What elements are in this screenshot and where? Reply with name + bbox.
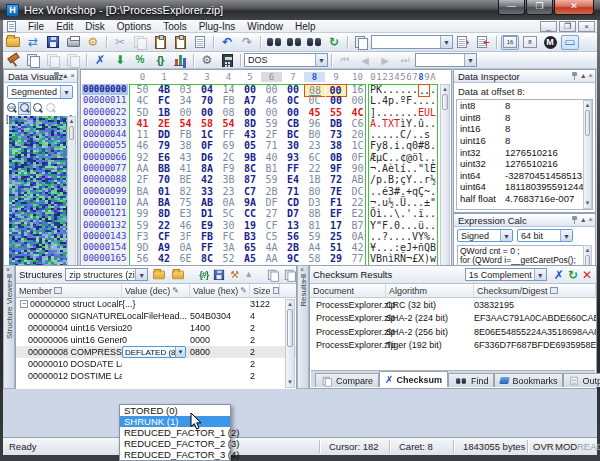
- ascii-char[interactable]: .: [430, 220, 436, 231]
- hex-byte[interactable]: 42: [347, 242, 368, 253]
- hex-byte[interactable]: 38: [175, 140, 196, 151]
- hex-byte[interactable]: D6: [197, 152, 218, 163]
- paste-button[interactable]: [151, 35, 169, 50]
- ascii-char[interactable]: w: [430, 253, 436, 264]
- hex-byte[interactable]: 9B: [240, 152, 261, 163]
- generate-button[interactable]: ⬇: [111, 53, 129, 68]
- structure-library-combobox[interactable]: zip structures (zip.h ▼: [65, 268, 148, 281]
- hex-byte[interactable]: E3: [175, 208, 196, 219]
- inspector-row[interactable]: half float4.7683716e-007: [457, 193, 592, 205]
- results-tab-find[interactable]: Find: [448, 373, 495, 387]
- hex-byte[interactable]: 8A: [197, 163, 218, 174]
- inspector-row[interactable]: int321276510216: [457, 146, 592, 158]
- ascii-char[interactable]: .: [430, 231, 436, 242]
- open-button[interactable]: [4, 35, 22, 50]
- scroll-down-icon[interactable]: ▼: [286, 378, 294, 387]
- inspector-row[interactable]: int88: [457, 100, 592, 112]
- ascii-char[interactable]: .: [430, 152, 436, 163]
- hex-byte[interactable]: 71: [261, 140, 282, 151]
- menu-plug-ins[interactable]: Plug-Ins: [193, 20, 242, 33]
- hex-byte[interactable]: 46: [261, 95, 282, 106]
- hex-byte[interactable]: E6: [154, 152, 175, 163]
- hex-byte[interactable]: 13: [283, 220, 304, 231]
- hex-byte[interactable]: CF: [261, 220, 282, 231]
- hex-byte[interactable]: 59: [261, 174, 282, 185]
- hex-byte[interactable]: 8B: [304, 208, 325, 219]
- close-icon[interactable]: ×: [70, 71, 75, 80]
- close-icon[interactable]: ×: [300, 266, 304, 273]
- hex-byte[interactable]: 70: [154, 174, 175, 185]
- hex-byte[interactable]: B7: [347, 220, 368, 231]
- hex-byte[interactable]: 80: [304, 186, 325, 197]
- hex-byte[interactable]: FB: [175, 129, 196, 140]
- encoding-combobox[interactable]: DOS ▼: [244, 53, 328, 67]
- scroll-up-icon[interactable]: ▲: [286, 300, 294, 309]
- collapse-icon[interactable]: ▴: [581, 71, 585, 80]
- menu-help[interactable]: Help: [289, 20, 322, 33]
- hex-byte[interactable]: 5C: [218, 208, 239, 219]
- hex-byte[interactable]: E4: [283, 174, 304, 185]
- checksum-options-icon[interactable]: ✗: [554, 269, 564, 281]
- column-algorithm[interactable]: Algorithm: [389, 286, 427, 296]
- hex-byte[interactable]: 00: [240, 84, 261, 95]
- checksum-row[interactable]: ProcessExplorer.zipSHA-2 (224 bit)EF3AAC…: [310, 312, 596, 326]
- hex-byte[interactable]: B1: [261, 163, 282, 174]
- scroll-thumb[interactable]: [585, 110, 590, 136]
- hex-byte[interactable]: 77: [347, 253, 368, 264]
- hex-byte[interactable]: 00: [175, 107, 196, 118]
- hex-byte[interactable]: 4C: [132, 95, 153, 106]
- open-library-button[interactable]: [153, 268, 165, 281]
- save-button[interactable]: [44, 35, 62, 50]
- hex-byte[interactable]: 99: [132, 208, 153, 219]
- mdi-minimize-button[interactable]: _: [540, 21, 557, 32]
- hex-byte[interactable]: 56: [283, 231, 304, 242]
- ascii-char[interactable]: .: [430, 84, 436, 95]
- hex-byte[interactable]: DF: [261, 197, 282, 208]
- hex-byte[interactable]: 3F: [175, 231, 196, 242]
- hex-byte[interactable]: 73: [326, 129, 347, 140]
- copy-structure-hex-button[interactable]: [285, 268, 295, 281]
- scroll-thumb[interactable]: [69, 126, 74, 140]
- hex-byte[interactable]: 81: [304, 220, 325, 231]
- zoom-100-icon[interactable]: 100: [6, 103, 17, 114]
- mdi-restore-button[interactable]: ❐: [559, 21, 576, 32]
- checksum-button[interactable]: ✗: [91, 53, 109, 68]
- hex-byte[interactable]: 7E: [326, 186, 347, 197]
- hex-byte[interactable]: 14: [218, 84, 239, 95]
- ascii-char[interactable]: s: [424, 129, 430, 140]
- column-value-hex[interactable]: Value (hex): [193, 286, 238, 296]
- ascii-char[interactable]: ½: [430, 174, 436, 185]
- hex-byte[interactable]: 22: [347, 197, 368, 208]
- copy-as-button[interactable]: [24, 53, 42, 68]
- chevron-down-icon[interactable]: ▼: [440, 36, 452, 48]
- structure-viewer-strip[interactable]: × Structure Viewer: [3, 265, 15, 389]
- hex-byte[interactable]: 01: [154, 186, 175, 197]
- options-button[interactable]: ⚙: [84, 35, 102, 50]
- hex-byte[interactable]: 2B: [261, 186, 282, 197]
- results-tab-output[interactable]: Output: [563, 373, 600, 387]
- hex-byte[interactable]: 00: [261, 107, 282, 118]
- maximize-button[interactable]: ❐: [526, 0, 553, 15]
- hex-byte[interactable]: 8C: [197, 253, 218, 264]
- hex-byte[interactable]: D3: [304, 197, 325, 208]
- scroll-down-icon[interactable]: ▼: [584, 199, 591, 208]
- results-tab-compare[interactable]: Compare: [315, 373, 379, 387]
- ascii-char[interactable]: .: [430, 208, 436, 219]
- hex-byte[interactable]: 93: [283, 152, 304, 163]
- scroll-up-icon[interactable]: ▲: [584, 246, 591, 255]
- hex-byte[interactable]: 75: [175, 197, 196, 208]
- hex-byte[interactable]: FB: [218, 95, 239, 106]
- close-icon[interactable]: ×: [588, 215, 593, 224]
- paste-special-button[interactable]: [171, 35, 189, 50]
- macro-button[interactable]: M: [541, 35, 559, 50]
- compare-button[interactable]: [352, 35, 370, 50]
- results-tab-bookmarks[interactable]: Bookmarks: [494, 373, 563, 387]
- hex-byte[interactable]: BC: [283, 129, 304, 140]
- hex-byte[interactable]: 3A: [218, 242, 239, 253]
- hex-byte[interactable]: 00: [283, 107, 304, 118]
- menu-options[interactable]: Options: [111, 20, 157, 33]
- goto-next-bookmark-button[interactable]: ➔: [454, 35, 472, 50]
- hex-byte[interactable]: FF: [197, 242, 218, 253]
- hex-byte[interactable]: 11: [132, 129, 153, 140]
- column-member[interactable]: Member: [19, 286, 52, 296]
